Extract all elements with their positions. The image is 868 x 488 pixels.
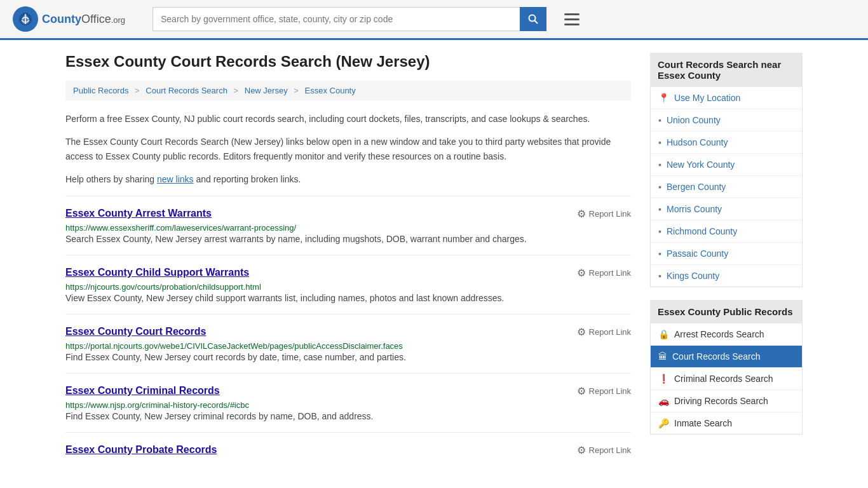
breadcrumb-link-new-jersey[interactable]: New Jersey xyxy=(245,86,288,95)
use-my-location-link[interactable]: 📍Use My Location xyxy=(651,87,802,109)
report-link-btn[interactable]: ⚙ Report Link xyxy=(577,267,631,279)
report-label: Report Link xyxy=(589,209,631,219)
result-description: Find Essex County, New Jersey court reco… xyxy=(65,351,631,364)
desc3-post: and reporting broken links. xyxy=(194,174,301,184)
pub-link-icon: 🏛 xyxy=(658,351,667,362)
result-description: Search Essex County, New Jersey arrest w… xyxy=(65,233,631,246)
logo-text: CountyOffice.org xyxy=(42,13,125,26)
result-url[interactable]: https://www.njsp.org/criminal-history-re… xyxy=(65,400,249,410)
description-1: Perform a free Essex County, NJ public c… xyxy=(65,112,631,126)
menu-line-3 xyxy=(564,24,580,25)
report-link-btn[interactable]: ⚙ Report Link xyxy=(577,326,631,338)
nearby-county-link[interactable]: ▪New York County xyxy=(651,154,802,176)
nearby-county-link[interactable]: ▪Union County xyxy=(651,109,802,132)
public-records-link[interactable]: 🏛 Court Records Search xyxy=(651,346,802,368)
result-description: View Essex County, New Jersey child supp… xyxy=(65,292,631,305)
breadcrumb-link-essex-county[interactable]: Essex County xyxy=(305,86,356,95)
result-title[interactable]: Essex County Arrest Warrants xyxy=(65,208,212,219)
nearby-county-link[interactable]: ▪Morris County xyxy=(651,198,802,220)
public-records-link[interactable]: 🔑 Inmate Search xyxy=(651,412,802,434)
result-url[interactable]: https://njcourts.gov/courts/probation/ch… xyxy=(65,282,261,292)
result-header: Essex County Criminal Records ⚙ Report L… xyxy=(65,385,631,397)
desc3-pre: Help others by sharing xyxy=(65,174,157,184)
sidebar-link-label: Hudson County xyxy=(667,137,728,147)
sidebar-link-bullet: ▪ xyxy=(658,182,661,192)
report-icon: ⚙ xyxy=(577,385,586,397)
result-header: Essex County Arrest Warrants ⚙ Report Li… xyxy=(65,208,631,220)
description-3: Help others by sharing new links and rep… xyxy=(65,172,631,186)
sidebar-link-bullet: ▪ xyxy=(658,271,661,281)
nearby-links-list: 📍Use My Location▪Union County▪Hudson Cou… xyxy=(650,87,803,287)
nearby-county-link[interactable]: ▪Passaic County xyxy=(651,243,802,265)
pub-link-label: Driving Records Search xyxy=(674,396,768,406)
sidebar-link-label: New York County xyxy=(667,159,735,170)
nearby-county-link[interactable]: ▪Bergen County xyxy=(651,176,802,198)
site-header: CountyOffice.org xyxy=(0,0,868,40)
logo-link[interactable]: CountyOffice.org xyxy=(13,6,140,32)
sidebar-link-bullet: ▪ xyxy=(658,226,661,236)
description-2: The Essex County Court Records Search (N… xyxy=(65,135,631,163)
result-header: Essex County Probate Records ⚙ Report Li… xyxy=(65,444,631,456)
sidebar-link-label: Morris County xyxy=(667,204,722,214)
search-area xyxy=(153,7,546,31)
result-item: Essex County Child Support Warrants ⚙ Re… xyxy=(65,255,631,314)
pub-link-label: Arrest Records Search xyxy=(674,329,764,339)
report-icon: ⚙ xyxy=(577,326,586,338)
sidebar-link-bullet: ▪ xyxy=(658,159,661,170)
report-icon: ⚙ xyxy=(577,267,586,279)
result-title[interactable]: Essex County Probate Records xyxy=(65,444,217,456)
public-records-section-title: Essex County Public Records xyxy=(650,300,803,323)
page-title: Essex County Court Records Search (New J… xyxy=(65,53,631,71)
new-links-link[interactable]: new links xyxy=(157,174,194,184)
sidebar-link-label: Kings County xyxy=(667,271,719,281)
public-records-link[interactable]: 🚗 Driving Records Search xyxy=(651,390,802,412)
pub-link-icon: 🔑 xyxy=(658,418,669,428)
result-title[interactable]: Essex County Criminal Records xyxy=(65,385,220,396)
result-item: Essex County Probate Records ⚙ Report Li… xyxy=(65,432,631,468)
result-description: Find Essex County, New Jersey criminal r… xyxy=(65,410,631,423)
pub-link-label: Criminal Records Search xyxy=(674,374,773,384)
sidebar-link-bullet: ▪ xyxy=(658,115,661,125)
search-input[interactable] xyxy=(153,7,520,31)
svg-line-3 xyxy=(535,21,538,24)
nearby-county-link[interactable]: ▪Hudson County xyxy=(651,132,802,154)
result-title[interactable]: Essex County Court Records xyxy=(65,326,206,337)
breadcrumb-link-court-records[interactable]: Court Records Search xyxy=(146,86,227,95)
logo-icon xyxy=(13,6,38,32)
pub-link-icon: 🚗 xyxy=(658,396,669,406)
report-link-btn[interactable]: ⚙ Report Link xyxy=(577,444,631,456)
report-link-btn[interactable]: ⚙ Report Link xyxy=(577,208,631,220)
breadcrumb-sep-2: > xyxy=(234,86,239,95)
report-label: Report Link xyxy=(589,386,631,396)
pub-link-icon: ❗ xyxy=(658,374,669,384)
public-links-list: 🔒 Arrest Records Search 🏛 Court Records … xyxy=(650,323,803,435)
result-item: Essex County Criminal Records ⚙ Report L… xyxy=(65,373,631,432)
public-records-section: Essex County Public Records 🔒 Arrest Rec… xyxy=(650,300,803,435)
menu-button[interactable] xyxy=(559,11,585,28)
sidebar-link-bullet: ▪ xyxy=(658,204,661,214)
breadcrumb-link-public-records[interactable]: Public Records xyxy=(73,86,128,95)
sidebar-link-bullet: ▪ xyxy=(658,137,661,147)
menu-line-2 xyxy=(564,18,580,20)
public-records-link[interactable]: ❗ Criminal Records Search xyxy=(651,368,802,390)
sidebar-link-label: Use My Location xyxy=(674,93,740,103)
pub-link-icon: 🔒 xyxy=(658,329,669,339)
result-url[interactable]: https://portal.njcourts.gov/webe1/CIVILC… xyxy=(65,341,403,351)
report-label: Report Link xyxy=(589,268,631,278)
breadcrumb-sep-3: > xyxy=(294,86,299,95)
nearby-county-link[interactable]: ▪Kings County xyxy=(651,265,802,287)
sidebar-link-label: Passaic County xyxy=(667,248,728,259)
report-icon: ⚙ xyxy=(577,208,586,220)
result-url[interactable]: https://www.essexsheriff.com/laweservice… xyxy=(65,223,296,233)
nearby-section: Court Records Search near Essex County 📍… xyxy=(650,53,803,287)
sidebar-link-label: Union County xyxy=(667,115,721,125)
report-link-btn[interactable]: ⚙ Report Link xyxy=(577,385,631,397)
search-button[interactable] xyxy=(520,7,546,31)
public-records-link[interactable]: 🔒 Arrest Records Search xyxy=(651,323,802,346)
menu-line-1 xyxy=(564,13,580,15)
result-title[interactable]: Essex County Child Support Warrants xyxy=(65,267,249,278)
main-container: Essex County Court Records Search (New J… xyxy=(53,40,815,480)
report-label: Report Link xyxy=(589,445,631,455)
sidebar-link-icon: 📍 xyxy=(658,93,669,103)
nearby-county-link[interactable]: ▪Richmond County xyxy=(651,220,802,243)
